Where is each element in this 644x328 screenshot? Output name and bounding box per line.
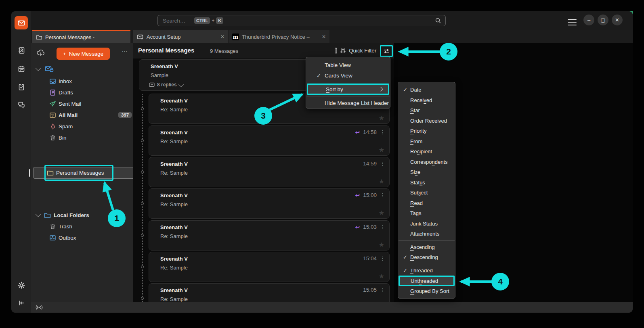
get-messages-icon[interactable]: [36, 48, 46, 57]
menu-item-label: Table View: [325, 62, 351, 68]
thread-replies-toggle[interactable]: 8 replies: [149, 82, 183, 88]
message-card[interactable]: Sreenath V Re: Sample ↩14:58⋮ ★: [149, 125, 390, 156]
annotation-step-1: 1: [108, 209, 126, 227]
minimize-button[interactable]: –: [583, 15, 594, 25]
calendar-icon: [17, 65, 25, 73]
menu-item-label: Received: [410, 97, 432, 103]
chat-space-button[interactable]: [15, 98, 28, 111]
message-time: 15:04: [363, 255, 377, 261]
sidebar-item-bin[interactable]: Bin: [31, 132, 133, 143]
menu-item-subject[interactable]: Subject: [398, 188, 455, 198]
sidebar-item-drafts[interactable]: Drafts: [31, 87, 133, 98]
tab-personal-messages[interactable]: Personal Messages -: [32, 30, 130, 43]
search-input[interactable]: [162, 17, 193, 24]
kebab-menu-icon[interactable]: ⋮: [380, 161, 385, 166]
star-icon[interactable]: ★: [379, 146, 384, 154]
sidebar-item-all-mail[interactable]: All Mail 397: [31, 109, 133, 121]
menu-item-table-view[interactable]: Table View: [306, 60, 390, 70]
mail-space-button[interactable]: [15, 16, 28, 29]
message-card[interactable]: Sreenath V Re: Sample ↩15:03⋮ ★: [149, 220, 390, 251]
check-icon: ✓: [403, 87, 407, 93]
mail-icon: [17, 19, 25, 27]
account-row[interactable]: [31, 64, 133, 74]
tab-account-setup[interactable]: Account Setup ✕: [133, 30, 228, 43]
menu-item-grouped-by-sort[interactable]: Grouped By Sort: [398, 286, 455, 297]
message-card[interactable]: Sreenath V Re: Sample 15:05⋮: [149, 283, 390, 302]
quick-filter-label[interactable]: Quick Filter: [349, 48, 376, 54]
menu-item-sort-by[interactable]: Sort by: [307, 84, 389, 95]
menu-item-order-received[interactable]: Order Received: [398, 116, 455, 126]
check-icon: ✓: [403, 267, 407, 274]
kebab-menu-icon[interactable]: ⋮: [380, 256, 385, 261]
star-icon[interactable]: ★: [379, 241, 384, 249]
message-list-display-options-button[interactable]: [380, 45, 393, 57]
annotation-step-3: 3: [254, 107, 272, 125]
message-card[interactable]: Sreenath V Re: Sample 14:59⋮ ★: [149, 157, 390, 187]
tasks-space-button[interactable]: [15, 80, 28, 94]
message-time: 15:00: [363, 192, 377, 198]
settings-button[interactable]: [15, 278, 28, 292]
menu-item-received[interactable]: Received: [398, 95, 455, 106]
app-menu-icon[interactable]: [568, 17, 577, 24]
star-icon[interactable]: ★: [379, 114, 384, 122]
ctrl-key-badge: CTRL: [194, 17, 210, 24]
unread-count-badge: 397: [118, 112, 132, 118]
menu-item-star[interactable]: Star: [398, 105, 455, 116]
address-book-space-button[interactable]: [15, 44, 28, 57]
menu-item-read[interactable]: Read: [398, 198, 455, 209]
close-button[interactable]: ✕: [612, 15, 623, 25]
annotation-step-2: 2: [440, 43, 457, 61]
sidebar-item-inbox[interactable]: Inbox: [31, 75, 133, 87]
kebab-menu-icon[interactable]: ⋮: [380, 287, 385, 292]
menu-item-threaded[interactable]: ✓Threaded: [398, 265, 455, 276]
collapse-toolbar-button[interactable]: [15, 296, 28, 309]
menu-item-date[interactable]: ✓Date: [398, 85, 455, 95]
message-card[interactable]: Sreenath V Re: Sample ↩15:00⋮ ★: [149, 188, 390, 219]
star-icon[interactable]: ★: [379, 209, 384, 217]
chevron-down-icon[interactable]: [36, 212, 41, 217]
menu-item-recipient[interactable]: Recipient: [398, 146, 455, 157]
star-icon[interactable]: ★: [379, 178, 384, 185]
chevron-down-icon[interactable]: [36, 66, 41, 71]
menu-item-attachments[interactable]: Attachments: [398, 229, 455, 239]
menu-item-tags[interactable]: Tags: [398, 208, 455, 219]
sidebar-item-spam[interactable]: Spam: [31, 121, 133, 132]
star-icon[interactable]: ★: [379, 272, 384, 280]
thread-node: [141, 234, 144, 237]
message-list-header: Personal Messages 9 Messages Quick Filte…: [133, 43, 394, 58]
message-time: 15:03: [363, 224, 377, 230]
menu-item-cards-view[interactable]: ✓ Cards View: [306, 70, 390, 81]
sender-name: Sreenath V: [160, 161, 188, 167]
folder-icon: [36, 34, 42, 40]
menu-item-descending[interactable]: ✓Descending: [398, 252, 455, 263]
tab-close-icon[interactable]: ✕: [217, 34, 224, 40]
menu-item-ascending[interactable]: Ascending: [398, 242, 455, 253]
kebab-menu-icon[interactable]: ⋮: [380, 192, 385, 198]
kebab-menu-icon[interactable]: ⋮: [380, 224, 385, 230]
menu-item-junk-status[interactable]: Junk Status: [398, 219, 455, 229]
replied-icon: ↩: [355, 224, 360, 230]
message-card[interactable]: Sreenath V Re: Sample 15:04⋮ ★: [149, 252, 390, 282]
sidebar-item-sent[interactable]: Sent Mail: [31, 98, 133, 109]
thread-node: [141, 107, 144, 110]
message-subject: Sample: [151, 72, 168, 78]
tab-privacy-notice[interactable]: m Thunderbird Privacy Notice – ✕: [229, 30, 329, 43]
menu-item-size[interactable]: Size: [398, 167, 455, 178]
menu-item-correspondents[interactable]: Correspondents: [398, 157, 455, 167]
replies-count-label: 8 replies: [157, 82, 177, 88]
sidebar-item-outbox[interactable]: Outbox: [31, 232, 133, 243]
tab-close-icon[interactable]: ✕: [319, 34, 326, 40]
menu-item-status[interactable]: Status: [398, 178, 455, 188]
menu-item-priority[interactable]: Priority: [398, 126, 455, 136]
maximize-button[interactable]: ▢: [598, 15, 608, 25]
sender-name: Sreenath V: [160, 224, 188, 230]
menu-item-unthreaded[interactable]: Unthreaded: [399, 276, 455, 286]
global-search[interactable]: CTRL + K: [157, 15, 446, 26]
quick-filter-sliders-icon[interactable]: [340, 48, 346, 54]
menu-item-hide-message-list-header[interactable]: Hide Message List Header: [306, 98, 390, 108]
menu-item-from[interactable]: From: [398, 136, 455, 147]
new-message-button[interactable]: + New Message: [57, 48, 110, 60]
folder-pane-options-icon[interactable]: …: [122, 46, 128, 53]
kebab-menu-icon[interactable]: ⋮: [380, 130, 385, 135]
calendar-space-button[interactable]: [15, 62, 28, 75]
